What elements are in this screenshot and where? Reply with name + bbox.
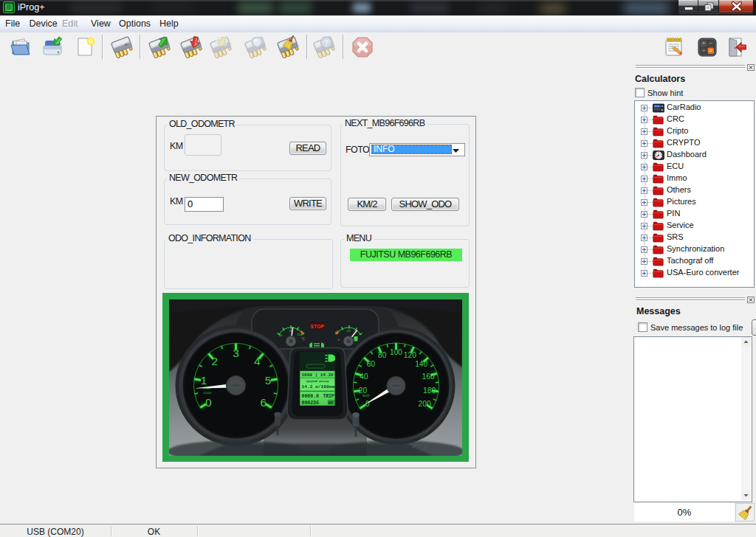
- svg-text:−: −: [709, 40, 712, 46]
- svg-text:0000.0: 0000.0: [302, 394, 320, 399]
- svg-text:60: 60: [367, 360, 376, 368]
- svg-text:5: 5: [265, 374, 272, 387]
- svg-text:0: 0: [205, 396, 212, 409]
- svg-text:100: 100: [390, 348, 402, 356]
- svg-text:140: 140: [415, 360, 427, 368]
- svg-text:14.2 л/100км: 14.2 л/100км: [302, 384, 335, 389]
- svg-text:80: 80: [378, 351, 387, 359]
- svg-text:2: 2: [211, 355, 218, 367]
- svg-text:?: ?: [324, 38, 329, 47]
- svg-text:180: 180: [423, 387, 436, 395]
- svg-text:160: 160: [422, 373, 435, 381]
- svg-text:6: 6: [260, 396, 267, 409]
- svg-text:3: 3: [233, 347, 239, 359]
- svg-text:40: 40: [279, 333, 283, 337]
- svg-text:1: 1: [201, 374, 207, 387]
- svg-text:÷: ÷: [702, 47, 706, 54]
- svg-text:TRIP: TRIP: [323, 394, 334, 399]
- svg-text:200: 200: [419, 400, 431, 408]
- svg-text:120: 120: [404, 351, 416, 359]
- svg-text:1/2: 1/2: [346, 329, 351, 333]
- svg-text:°C: °C: [301, 337, 306, 341]
- svg-text:Средний расход: Средний расход: [306, 380, 329, 383]
- svg-text:STOP: STOP: [311, 324, 325, 329]
- svg-text:4: 4: [254, 355, 261, 367]
- svg-text:+: +: [702, 40, 706, 46]
- svg-text:КМ: КМ: [329, 401, 333, 405]
- svg-text:x1000: x1000: [203, 391, 212, 395]
- svg-text:40: 40: [360, 373, 368, 381]
- svg-text:=: =: [709, 47, 712, 54]
- svg-text:120: 120: [298, 333, 303, 336]
- svg-text:000236: 000236: [302, 401, 320, 406]
- svg-text:1609 | 14.3V: 1609 | 14.3V: [302, 373, 334, 378]
- svg-text:km/h: km/h: [362, 394, 370, 398]
